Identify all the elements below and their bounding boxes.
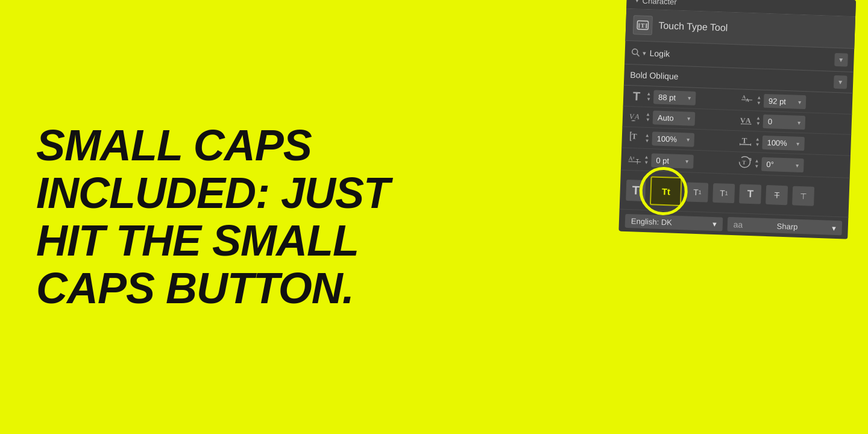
tt-button[interactable]: Tt xyxy=(650,176,682,206)
type-btn-large-T[interactable]: T xyxy=(626,179,646,201)
headline-line4: Hit The Small xyxy=(36,216,359,265)
svg-line-23 xyxy=(740,144,751,145)
font-name-input[interactable] xyxy=(649,48,831,64)
tracking-spinner[interactable]: ▲ ▼ xyxy=(756,116,761,126)
svg-point-4 xyxy=(632,49,638,54)
svg-line-16 xyxy=(741,124,751,124)
leading-group: A A ▲ ▼ 92 pt ▾ xyxy=(740,92,847,110)
search-icon: ▾ xyxy=(631,48,646,58)
svg-text:T: T xyxy=(741,136,747,145)
svg-text:A: A xyxy=(634,112,640,121)
svg-text:A: A xyxy=(746,116,751,124)
baseline-shift-value[interactable]: 0 pt ▾ xyxy=(651,153,694,168)
font-size-group: T ▲ ▼ 88 pt ▾ xyxy=(629,89,737,106)
anti-alias-dropdown-arrow: ▾ xyxy=(832,223,837,232)
kerning-value[interactable]: Auto ▾ xyxy=(653,110,696,125)
svg-text:a: a xyxy=(633,155,635,160)
type-btn-frac[interactable]: ⊤ xyxy=(792,186,814,206)
svg-text:T: T xyxy=(641,22,645,29)
baseline-shift-icon: A a xyxy=(627,153,642,166)
leading-value[interactable]: 92 pt ▾ xyxy=(764,93,807,108)
rotation-group: T ▲ ▼ 0° ▾ xyxy=(737,155,844,174)
type-btn-T-strike[interactable]: T xyxy=(766,185,788,205)
font-dropdown-arrow[interactable]: ▾ xyxy=(834,53,848,67)
right-panel: Character T Touch Type Tool ▾ xyxy=(434,0,868,434)
tt-label: Tt xyxy=(662,186,671,196)
horiz-scale-group: T ▲ ▼ 100% ▾ xyxy=(738,134,845,152)
rotation-icon: T xyxy=(737,155,752,171)
character-tab-label: Character xyxy=(642,0,677,7)
font-size-icon: T xyxy=(629,89,644,103)
kerning-icon: V A xyxy=(629,110,644,124)
svg-text:T: T xyxy=(742,160,746,166)
svg-line-8 xyxy=(741,99,752,100)
font-size-value[interactable]: 88 pt ▾ xyxy=(653,90,696,105)
kerning-spinner[interactable]: ▲ ▼ xyxy=(646,112,651,122)
leading-spinner[interactable]: ▲ ▼ xyxy=(756,95,762,105)
tracking-group: V A ▲ ▼ 0 ▾ xyxy=(739,113,846,131)
vert-scale-value[interactable]: 100% ▾ xyxy=(652,131,694,146)
vert-scale-group: T ▲ ▼ 100% ▾ xyxy=(627,130,735,148)
vert-scale-icon: T xyxy=(627,130,643,145)
headline-line1: Small Caps xyxy=(36,121,312,169)
svg-line-5 xyxy=(637,54,640,56)
left-panel: Small Caps Included: Just Hit The Small … xyxy=(0,0,434,434)
leading-icon: A A xyxy=(740,92,755,107)
svg-line-28 xyxy=(628,161,641,162)
language-selector[interactable]: English: DK ▾ xyxy=(625,213,723,231)
kerning-group: V A ▲ ▼ Auto ▾ xyxy=(629,110,736,127)
anti-alias-label: Sharp xyxy=(776,221,797,231)
svg-text:T: T xyxy=(632,131,638,140)
horiz-scale-icon: T xyxy=(738,134,753,148)
tracking-icon: V A xyxy=(739,114,754,128)
headline-line2: Included: xyxy=(36,169,269,217)
type-style-buttons-row: T Tt T1 T1 T T ⊤ xyxy=(620,171,850,218)
touch-type-tool-label: Touch Type Tool xyxy=(658,20,728,34)
baseline-shift-group: A a ▲ ▼ 0 pt ▾ xyxy=(627,152,734,169)
headline-line5: Caps Button. xyxy=(36,264,354,312)
font-style-input[interactable] xyxy=(630,70,834,87)
baseline-shift-spinner[interactable]: ▲ ▼ xyxy=(644,154,649,165)
tracking-value[interactable]: 0 ▾ xyxy=(763,115,805,130)
style-dropdown-arrow[interactable]: ▾ xyxy=(834,75,848,89)
vert-scale-spinner[interactable]: ▲ ▼ xyxy=(645,133,650,143)
type-btn-T-normal[interactable]: T xyxy=(739,184,761,204)
headline-line3: Just xyxy=(281,169,389,217)
rotation-value[interactable]: 0° ▾ xyxy=(761,157,804,172)
aa-icon: aa xyxy=(733,219,743,230)
touch-type-tool-icon: T xyxy=(633,15,653,35)
character-panel: Character T Touch Type Tool ▾ xyxy=(618,0,856,239)
type-btn-T-sub[interactable]: T1 xyxy=(712,183,735,203)
headline-text: Small Caps Included: Just Hit The Small … xyxy=(36,122,389,313)
horiz-scale-value[interactable]: 100% ▾ xyxy=(762,135,805,150)
type-btn-T-super[interactable]: T1 xyxy=(686,182,708,202)
rotation-spinner[interactable]: ▲ ▼ xyxy=(754,159,760,169)
language-dropdown-arrow: ▾ xyxy=(712,219,717,228)
anti-alias-selector[interactable]: aa Sharp ▾ xyxy=(727,217,842,236)
language-label: English: DK xyxy=(631,216,672,227)
font-size-spinner[interactable]: ▲ ▼ xyxy=(646,91,652,101)
horiz-scale-spinner[interactable]: ▲ ▼ xyxy=(755,137,760,147)
